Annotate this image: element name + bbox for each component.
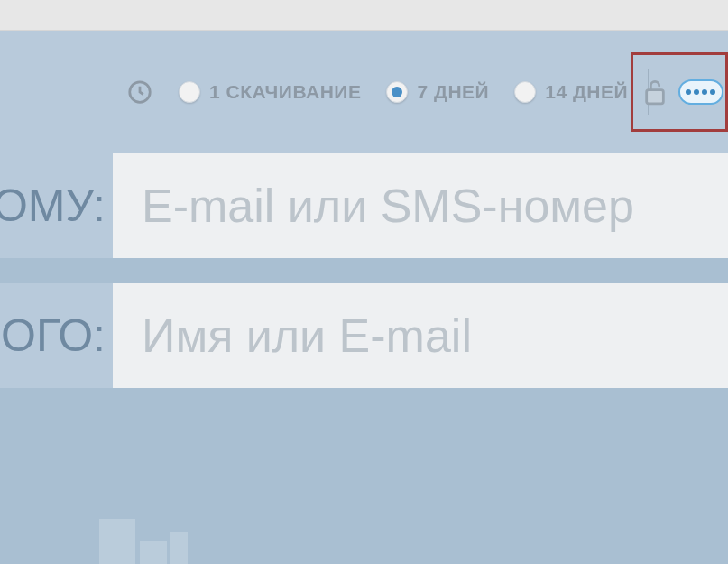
radio-indicator [179, 81, 200, 103]
expiry-options-bar: 1 СКАЧИВАНИЕ 7 ДНЕЙ 14 ДНЕЙ [0, 31, 728, 153]
radio-label: 1 СКАЧИВАНИЕ [209, 81, 361, 103]
to-input[interactable] [142, 179, 728, 233]
from-field-row: ОГО: [0, 283, 728, 388]
from-label-wrap: ОГО: [0, 283, 113, 388]
radio-1-download[interactable]: 1 СКАЧИВАНИЕ [179, 81, 361, 103]
password-input[interactable] [678, 79, 723, 105]
radio-label: 7 ДНЕЙ [417, 81, 489, 103]
radio-14-days[interactable]: 14 ДНЕЙ [514, 81, 628, 103]
to-label: ОМУ: [0, 180, 106, 232]
expiry-radio-group: 1 СКАЧИВАНИЕ 7 ДНЕЙ 14 ДНЕЙ [179, 81, 628, 103]
from-input[interactable] [142, 309, 728, 363]
row-gap [0, 258, 728, 283]
browser-top-strip [0, 0, 728, 31]
from-label: ОГО: [1, 310, 106, 362]
bottom-illustration-area [0, 388, 728, 564]
clock-icon [126, 79, 153, 106]
from-input-wrap [113, 283, 728, 388]
unlock-icon[interactable] [642, 77, 668, 107]
to-field-row: ОМУ: [0, 153, 728, 258]
radio-indicator [514, 81, 536, 103]
radio-label: 14 ДНЕЙ [545, 81, 628, 103]
password-dots [686, 89, 715, 95]
to-input-wrap [113, 153, 728, 258]
radio-7-days[interactable]: 7 ДНЕЙ [386, 81, 489, 103]
radio-indicator [386, 81, 408, 103]
svg-rect-1 [647, 90, 664, 104]
password-section-highlight [631, 52, 728, 132]
city-silhouette-icon [99, 514, 207, 564]
to-label-wrap: ОМУ: [0, 153, 113, 258]
